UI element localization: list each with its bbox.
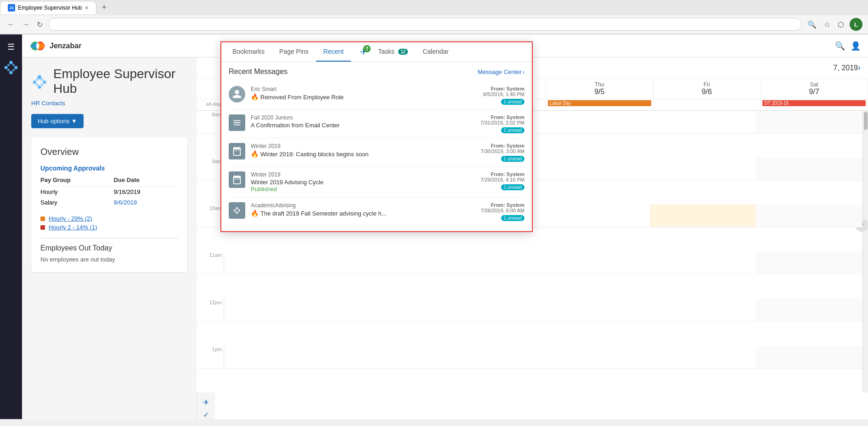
svg-point-14 xyxy=(41,83,43,85)
time-empty-header xyxy=(197,79,224,99)
due-date-cell[interactable]: 9/6/2019 xyxy=(114,197,178,208)
cal-cell[interactable] xyxy=(543,111,650,134)
page-header-icon xyxy=(31,72,48,91)
calendar-tab[interactable]: Calendar xyxy=(415,42,456,62)
labor-day-event[interactable]: Labor Day xyxy=(548,100,651,106)
new-tab-button[interactable]: + xyxy=(96,0,113,15)
tasks-tab[interactable]: Tasks 12 xyxy=(371,42,415,62)
cal-cell[interactable] xyxy=(331,299,437,322)
cal-cell[interactable] xyxy=(650,299,756,322)
time-8am: 8am xyxy=(197,111,224,134)
cal-cell[interactable] xyxy=(543,204,650,227)
cal-cell[interactable] xyxy=(331,346,437,369)
bookmarks-tab[interactable]: Bookmarks xyxy=(225,42,272,62)
cal-cell[interactable] xyxy=(224,346,331,369)
cal-cell[interactable] xyxy=(437,299,543,322)
recent-messages-title: Recent Messages xyxy=(229,68,287,76)
svg-point-21 xyxy=(237,209,239,210)
cal-cell[interactable] xyxy=(543,158,650,181)
svg-point-18 xyxy=(239,210,241,211)
cal-cell[interactable] xyxy=(650,204,756,227)
pay-group-cell: Hourly xyxy=(40,187,114,198)
svg-point-2 xyxy=(14,66,17,69)
cal-cell[interactable] xyxy=(756,251,862,274)
chart-dot xyxy=(40,216,45,221)
message-item: Winter 2019 🔥 Winter 2019: Casting block… xyxy=(229,138,524,167)
unread-badge: 1 unread xyxy=(501,184,524,190)
cal-cell[interactable] xyxy=(543,299,650,322)
cal-cell[interactable] xyxy=(756,299,862,322)
due-date-cell: 9/16/2019 xyxy=(114,187,178,198)
messages-tab-icon[interactable]: ✈ 7 xyxy=(356,47,371,57)
message-avatar xyxy=(229,114,245,131)
popup-body: Recent Messages Message Center › Eric Sm… xyxy=(221,62,532,231)
message-date: 7/31/2019, 2:02 PM xyxy=(469,120,524,125)
cal-cell[interactable] xyxy=(437,251,543,274)
message-avatar xyxy=(229,202,245,219)
back-button[interactable]: ← xyxy=(6,18,17,30)
message-center-link[interactable]: Message Center › xyxy=(478,68,524,75)
hr-contacts-link[interactable]: HR Contacts xyxy=(31,100,187,107)
svg-point-11 xyxy=(36,79,38,81)
cal-cell[interactable] xyxy=(224,251,331,274)
extensions-toolbar-icon[interactable]: ⬡ xyxy=(836,18,846,31)
cal-cell[interactable] xyxy=(650,251,756,274)
message-avatar xyxy=(229,171,245,188)
search-nav-icon[interactable]: 🔍 xyxy=(835,41,845,51)
message-sender: Fall 2020 Juniors xyxy=(251,114,464,121)
cal-cell[interactable] xyxy=(756,204,862,227)
message-item: Fall 2020 Juniors A Confirmation from Em… xyxy=(229,110,524,138)
search-toolbar-icon[interactable]: 🔍 xyxy=(806,18,818,31)
forward-button[interactable]: → xyxy=(20,18,31,30)
jenzabar-logo-icon xyxy=(29,39,46,53)
reload-button[interactable]: ↻ xyxy=(35,18,45,31)
cal-cell[interactable] xyxy=(437,346,543,369)
cal-cell[interactable] xyxy=(756,346,862,369)
cal-cell[interactable] xyxy=(650,158,756,181)
svg-point-5 xyxy=(7,69,10,71)
recent-tab[interactable]: Recent xyxy=(316,42,351,62)
unread-badge: 1 unread xyxy=(501,127,524,133)
cal-cell[interactable] xyxy=(543,251,650,274)
pay-group-cell: Salary xyxy=(40,197,114,208)
messages-badge: 7 xyxy=(363,45,371,52)
page-pins-tab[interactable]: Page Pins xyxy=(272,42,316,62)
svg-point-3 xyxy=(7,64,10,66)
all-day-cell-thu: Labor Day xyxy=(546,99,654,110)
send-right-icon[interactable]: ✈ xyxy=(203,398,209,407)
tab-close-button[interactable]: × xyxy=(85,4,88,11)
cal-cell[interactable] xyxy=(331,251,437,274)
check-right-icon[interactable]: ✓ xyxy=(203,410,209,419)
chart-label[interactable]: Hourly 2 - 14% (1) xyxy=(49,224,97,231)
chart-item: Hourly 2 - 14% (1) xyxy=(40,224,178,231)
hamburger-icon[interactable]: ☰ xyxy=(4,38,18,56)
user-avatar[interactable]: L xyxy=(850,18,862,31)
cal-cell[interactable] xyxy=(650,346,756,369)
cal-cell[interactable] xyxy=(224,299,331,322)
cal-cell[interactable] xyxy=(543,346,650,369)
message-from: From: System xyxy=(469,143,524,148)
cal-cell[interactable] xyxy=(650,111,756,134)
popup-tabs: Bookmarks Page Pins Recent ✈ 7 Tasks 12 … xyxy=(221,42,532,62)
chart-label[interactable]: Hourly - 29% (2) xyxy=(49,215,92,222)
user-nav-icon[interactable]: 👤 xyxy=(851,41,861,51)
address-bar[interactable] xyxy=(48,18,802,31)
bookmark-toolbar-icon[interactable]: ☆ xyxy=(822,18,832,31)
left-panel: Employee Supervisor Hub HR Contacts Hub … xyxy=(22,57,197,419)
cal-cell[interactable] xyxy=(756,158,862,181)
all-day-cell-sat: DT 2019-16 xyxy=(761,99,868,110)
due-date-header: Due Date xyxy=(114,176,178,187)
message-subject: Winter 2019 Advising Cycle xyxy=(251,179,464,186)
calendar-next-button[interactable]: › xyxy=(858,63,861,73)
dt-event[interactable]: DT 2019-16 xyxy=(762,100,866,106)
tab-favicon: J1 xyxy=(8,4,15,11)
unread-badge: 1 unread xyxy=(501,99,524,105)
message-item: AcademicAdvising 🔥 The draft 2019 Fall S… xyxy=(229,198,524,226)
message-content: AcademicAdvising 🔥 The draft 2019 Fall S… xyxy=(251,202,464,217)
message-published: Published xyxy=(251,186,464,193)
hub-options-button[interactable]: Hub options ▼ xyxy=(31,114,84,128)
message-meta: From: System 7/29/2019, 4:10 PM 1 unread xyxy=(469,171,524,190)
message-subject: 🔥 The draft 2019 Fall Semester advising … xyxy=(251,210,464,217)
cal-cell[interactable] xyxy=(756,111,862,134)
browser-tab[interactable]: J1 Employee Supervisor Hub × xyxy=(0,1,96,14)
